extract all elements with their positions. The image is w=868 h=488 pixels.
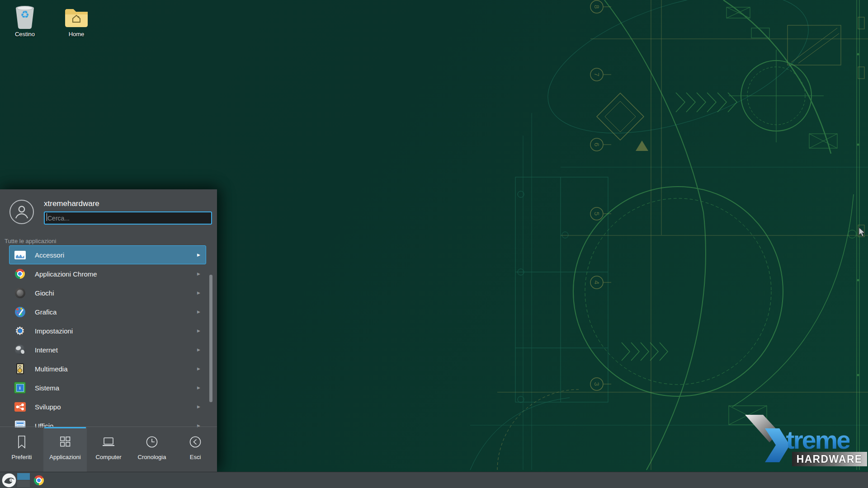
category-label: Grafica — [35, 308, 197, 316]
laptop-icon — [101, 435, 116, 449]
desktop-icon-label: Cestino — [5, 31, 44, 38]
category-label: Sistema — [35, 384, 197, 392]
multimedia-icon — [14, 363, 26, 375]
logo-hardware-bar: HARDWARE — [792, 452, 867, 466]
taskbar-chrome-icon[interactable] — [34, 475, 44, 485]
category-row-sistema[interactable]: i Sistema ▶ — [9, 378, 206, 397]
grid-marker-6: 6 — [590, 138, 611, 151]
graphics-icon — [14, 306, 26, 318]
apps-grid-icon — [58, 435, 72, 449]
internet-icon — [14, 344, 26, 356]
pager-desktop-2[interactable] — [17, 480, 30, 487]
opensuse-logo-icon — [2, 473, 16, 488]
launcher-tabbar: Preferiti Applicazioni C — [0, 427, 217, 472]
category-label: Multimedia — [35, 365, 197, 373]
virtual-desktop-pager[interactable] — [17, 473, 30, 487]
search-input[interactable] — [44, 211, 212, 225]
tab-applicazioni[interactable]: Applicazioni — [43, 427, 87, 472]
wallpaper-grid-number: 6 — [593, 143, 601, 146]
tab-label: Esci — [190, 454, 201, 460]
tab-cronologia[interactable]: Cronologia — [130, 427, 174, 472]
recycle-symbol: ♻ — [5, 7, 44, 23]
desktop-icon-home[interactable]: Home — [57, 4, 96, 38]
accessories-icon — [14, 249, 26, 261]
wallpaper-grid-number: 8 — [593, 5, 601, 9]
desktop-icon-label: Home — [57, 31, 96, 38]
tab-computer[interactable]: Computer — [87, 427, 130, 472]
submenu-arrow-icon: ▶ — [197, 347, 200, 352]
taskbar-panel: 17:56 — [0, 472, 868, 488]
mouse-cursor — [859, 227, 866, 237]
submenu-arrow-icon: ▶ — [197, 404, 200, 409]
tab-label: Cronologia — [138, 454, 166, 460]
submenu-arrow-icon: ▶ — [197, 253, 200, 257]
application-launcher-popup: xtremehardware Tutte le applicazioni Acc… — [0, 189, 217, 472]
home-folder-icon — [57, 4, 96, 30]
category-row-applicazioni-chrome[interactable]: Applicazioni Chrome ▶ — [9, 264, 206, 283]
submenu-arrow-icon: ▶ — [197, 366, 200, 371]
grid-marker-7: 7 — [590, 68, 611, 81]
pager-desktop-1-active[interactable] — [17, 473, 30, 480]
category-label: Internet — [35, 346, 197, 354]
games-icon — [14, 287, 26, 299]
grid-marker-4: 4 — [590, 276, 611, 289]
settings-icon: ⚙ — [14, 325, 26, 337]
section-label: Tutte le applicazioni — [5, 238, 56, 244]
wallpaper-grid-number: 7 — [593, 73, 601, 76]
tab-esci[interactable]: Esci — [174, 427, 217, 472]
category-row-impostazioni[interactable]: ⚙ Impostazioni ▶ — [9, 321, 206, 340]
grid-marker-8: 8 — [590, 0, 611, 13]
desktop-icon-trash[interactable]: ♻ Cestino — [5, 4, 44, 38]
logo-treme-text: treme — [786, 425, 849, 455]
category-label: Sviluppo — [35, 403, 197, 411]
tab-label: Computer — [95, 454, 121, 460]
scrollbar-thumb[interactable] — [209, 275, 212, 402]
category-label: Applicazioni Chrome — [35, 270, 197, 278]
bookmark-icon — [14, 435, 29, 449]
category-row-ufficio[interactable]: Ufficio ▶ — [9, 416, 206, 427]
screen: 8 7 6 5 — [0, 0, 868, 488]
category-row-grafica[interactable]: Grafica ▶ — [9, 302, 206, 321]
logo-hardware-text: HARDWARE — [797, 453, 863, 465]
category-row-sviluppo[interactable]: Sviluppo ▶ — [9, 397, 206, 416]
chrome-icon — [14, 268, 26, 280]
application-launcher-button[interactable] — [2, 473, 16, 488]
submenu-arrow-icon: ▶ — [197, 291, 200, 295]
submenu-arrow-icon: ▶ — [197, 272, 200, 276]
submenu-arrow-icon: ▶ — [197, 310, 200, 314]
category-row-accessori[interactable]: Accessori ▶ — [9, 245, 206, 264]
user-icon — [14, 204, 29, 220]
category-row-multimedia[interactable]: Multimedia ▶ — [9, 359, 206, 378]
user-name: xtremehardware — [44, 199, 99, 208]
tab-label: Applicazioni — [49, 454, 80, 460]
tab-label: Preferiti — [12, 454, 32, 460]
wallpaper-grid-number: 3 — [593, 382, 601, 386]
system-icon: i — [14, 382, 26, 394]
text-caret — [47, 213, 47, 221]
category-row-giochi[interactable]: Giochi ▶ — [9, 283, 206, 302]
wallpaper-grid-number: 4 — [593, 281, 601, 284]
clock-icon — [145, 435, 159, 449]
development-icon — [14, 401, 26, 413]
category-row-internet[interactable]: Internet ▶ — [9, 340, 206, 359]
submenu-arrow-icon: ▶ — [197, 385, 200, 390]
user-avatar[interactable] — [9, 200, 34, 224]
grid-marker-3: 3 — [590, 378, 611, 390]
grid-marker-5: 5 — [590, 207, 611, 220]
category-label: Impostazioni — [35, 327, 197, 335]
category-list: Accessori ▶ Applicazioni Chrome ▶ Giochi… — [0, 245, 217, 427]
category-label: Accessori — [35, 251, 197, 259]
leave-icon — [188, 435, 203, 449]
submenu-arrow-icon: ▶ — [197, 328, 200, 333]
trash-icon: ♻ — [5, 4, 44, 30]
wallpaper-grid-number: 5 — [593, 212, 601, 216]
tab-preferiti[interactable]: Preferiti — [0, 427, 43, 472]
category-label: Giochi — [35, 289, 197, 297]
xtreme-hardware-logo: treme HARDWARE — [741, 409, 868, 472]
